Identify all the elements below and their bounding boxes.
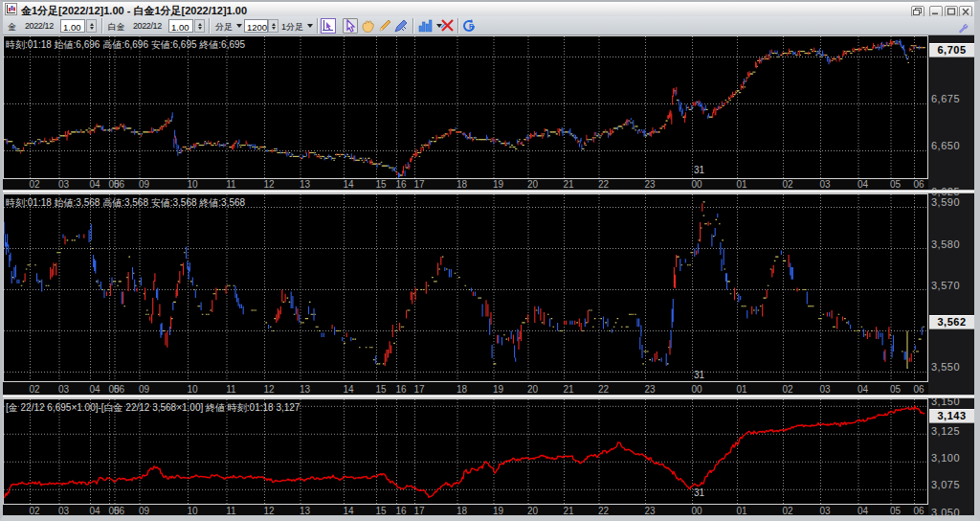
- svg-text:R: R: [469, 23, 474, 30]
